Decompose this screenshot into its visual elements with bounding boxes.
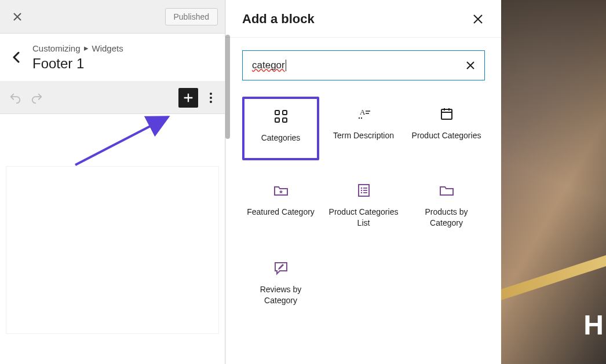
clear-search-button[interactable] [466,61,475,70]
svg-text:A: A [360,108,366,116]
breadcrumb-separator: ▸ [84,43,89,53]
block-label: Products by Category [411,207,481,229]
add-block-panel: Add a block categor CategoriesATerm Desc… [225,0,501,364]
block-label: Reviews by Category [246,284,316,306]
sidebar-topbar: Published [0,0,225,34]
blocks-grid: CategoriesATerm DescriptionProduct Categ… [226,86,501,326]
empty-widget-block[interactable] [6,166,219,334]
block-item-term-description[interactable]: ATerm Description [325,97,402,160]
chat-pencil-icon [273,260,289,276]
published-button[interactable]: Published [165,8,218,25]
undo-icon [9,91,21,104]
list-box-icon [357,182,371,198]
customizer-sidebar: Published Customizing ▸ Widgets Footer 1 [0,0,225,364]
block-item-featured-category[interactable]: Featured Category [242,173,319,238]
add-block-button[interactable] [178,88,198,108]
block-item-products-by-category[interactable]: Products by Category [408,173,485,238]
breadcrumb-prefix: Customizing [32,43,81,53]
sidebar-header: Customizing ▸ Widgets Footer 1 [0,34,225,82]
undo-button[interactable] [7,90,23,106]
close-icon [13,12,22,21]
panel-title: Add a block [242,12,315,27]
search-wrap: categor [226,38,501,86]
back-button[interactable] [9,50,23,64]
close-customizer-button[interactable] [7,6,28,27]
svg-rect-3 [283,118,287,122]
block-label: Term Description [333,130,394,141]
folder-icon [439,182,455,198]
breadcrumb: Customizing ▸ Widgets [32,43,213,53]
calendar-icon [439,106,454,122]
block-label: Product Categories [412,130,481,141]
svg-point-15 [360,190,362,192]
site-preview-background: H [501,0,606,364]
redo-button[interactable] [29,90,45,106]
svg-rect-0 [275,111,279,115]
preview-decoration [501,249,606,306]
section-title: Footer 1 [32,56,213,72]
svg-rect-8 [441,109,452,119]
block-item-reviews-by-category[interactable]: Reviews by Category [242,251,319,315]
editor-toolbar [0,82,225,114]
widget-content-area [0,114,225,364]
block-label: Product Categories List [328,207,399,229]
chevron-left-icon [12,52,20,63]
panel-header: Add a block [226,0,501,38]
more-options-button[interactable] [204,93,218,103]
preview-letter: H [583,309,604,341]
svg-rect-2 [275,118,279,122]
search-value-text: categor [252,60,285,71]
text-caret [286,60,286,71]
breadcrumb-area: Customizing ▸ Widgets Footer 1 [32,43,213,72]
folder-star-icon [273,182,289,198]
svg-rect-1 [283,111,287,115]
block-item-product-categories-list[interactable]: Product Categories List [325,173,402,238]
block-item-product-categories[interactable]: Product Categories [408,97,485,160]
search-input[interactable]: categor [252,60,466,72]
block-search-box[interactable]: categor [242,50,485,80]
plus-icon [182,91,195,104]
block-item-categories[interactable]: Categories [242,97,319,160]
text-a-icon: A [356,106,371,122]
close-panel-button[interactable] [471,12,485,26]
close-icon [466,61,475,70]
scrollbar-thumb[interactable] [225,35,230,139]
close-icon [473,14,483,24]
svg-point-17 [360,192,362,194]
svg-point-13 [360,187,362,189]
redo-icon [31,91,43,104]
block-label: Categories [261,133,301,144]
block-label: Featured Category [247,207,315,218]
breadcrumb-section: Widgets [92,43,123,53]
grid-icon [273,108,289,124]
